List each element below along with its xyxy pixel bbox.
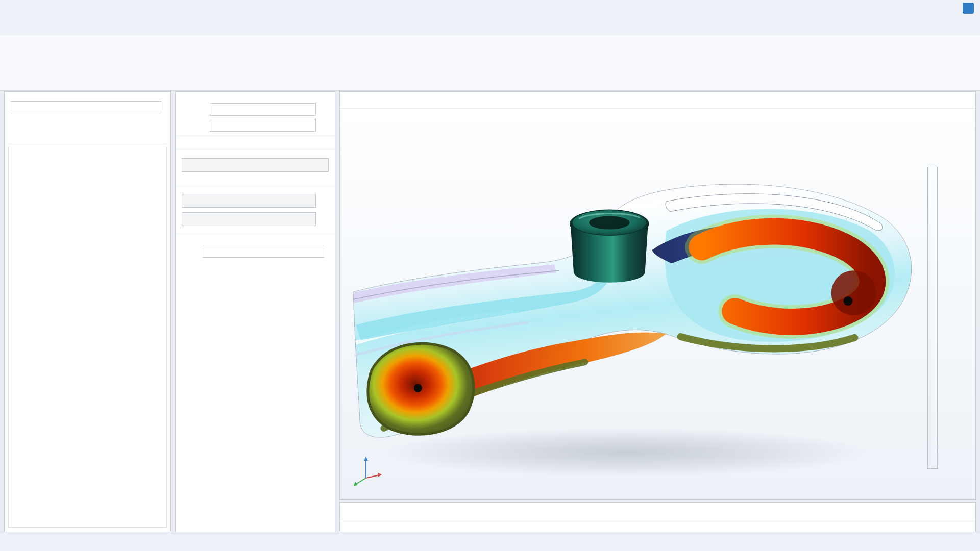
graphics-canvas[interactable]	[340, 124, 975, 499]
equation-assuming-select[interactable]	[182, 158, 329, 172]
status-bar	[0, 534, 980, 551]
model-builder-toolbar	[5, 96, 170, 99]
name-input[interactable]	[210, 119, 316, 132]
section-equation	[176, 149, 335, 180]
tree-filter-input[interactable]	[11, 101, 161, 114]
settings-panel: ≣	[175, 91, 335, 532]
section-reaction-heat-source	[176, 233, 335, 244]
settings-subtitle	[176, 96, 335, 102]
curing-reaction-select[interactable]	[182, 194, 316, 208]
graphics-toolbar	[340, 109, 975, 124]
probe-point-right	[844, 296, 853, 306]
title-bar	[0, 0, 980, 19]
ribbon-tab-bar	[0, 19, 980, 35]
messages-panel	[339, 502, 976, 532]
model-tree	[8, 146, 167, 528]
probe-point-left	[414, 384, 422, 392]
label-input[interactable]	[210, 103, 316, 116]
ribbon	[0, 35, 980, 91]
3d-model-rendering	[340, 124, 975, 499]
help-button[interactable]	[963, 3, 974, 14]
section-coupled-interfaces	[176, 185, 335, 228]
heat-of-reaction-input[interactable]	[203, 245, 324, 258]
color-legend-bar	[927, 167, 938, 469]
graphics-panel	[339, 91, 976, 500]
graphics-tab-strip	[340, 92, 975, 109]
section-domain-selection[interactable]	[176, 138, 335, 144]
messages-tab-strip	[340, 503, 975, 519]
model-builder-panel	[4, 91, 171, 532]
messages-toolbar	[340, 519, 975, 524]
heat-transfer-select[interactable]	[182, 212, 316, 226]
axis-orientation-triad	[348, 448, 388, 489]
